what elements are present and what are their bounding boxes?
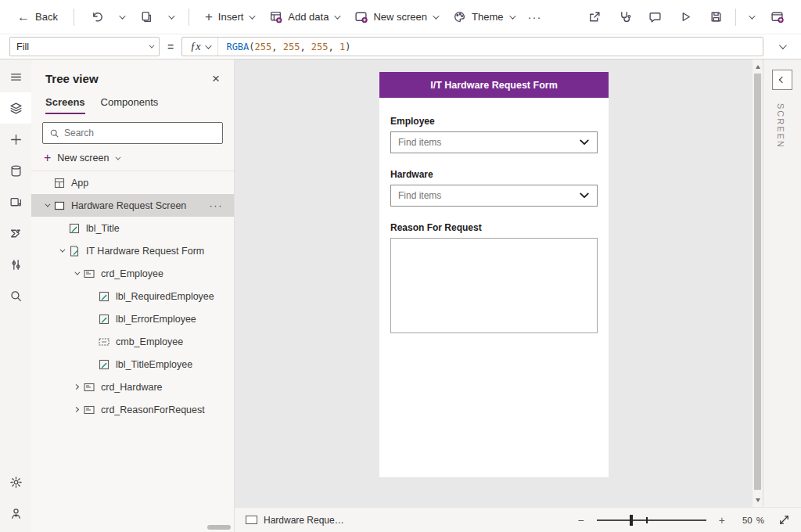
formula-function: RGBA xyxy=(226,41,249,52)
save-menu-button[interactable] xyxy=(742,10,760,24)
expand-chevron[interactable] xyxy=(54,249,68,253)
search-input[interactable] xyxy=(64,128,216,138)
chevron-down-icon xyxy=(168,13,174,19)
add-data-button[interactable]: Add data xyxy=(263,5,345,28)
app-checker-button[interactable] xyxy=(612,5,638,28)
formula-bar-expand-button[interactable] xyxy=(771,37,792,57)
tab-screens[interactable]: Screens xyxy=(45,96,85,114)
tree-item-app[interactable]: App xyxy=(31,171,234,194)
share-icon xyxy=(587,10,601,23)
preview-button[interactable] xyxy=(673,5,699,28)
search-rail-button[interactable] xyxy=(0,280,31,311)
publish-icon xyxy=(770,10,784,23)
form-body: Employee Find items Hardware Find items … xyxy=(379,98,609,333)
share-button[interactable] xyxy=(581,5,607,28)
form-title-bar[interactable]: I/T Hardware Request Form xyxy=(379,72,609,98)
tree-item-label: lbl_TitleEmployee xyxy=(116,359,192,370)
expand-chevron[interactable] xyxy=(69,385,83,389)
reason-textarea[interactable] xyxy=(390,238,598,333)
tree-item-crd-reasonforrequest[interactable]: crd_ReasonForRequest xyxy=(31,398,234,421)
close-icon[interactable]: × xyxy=(209,70,223,87)
publish-button[interactable] xyxy=(764,5,790,28)
tree-horizontal-scrollbar[interactable] xyxy=(207,525,231,530)
scrollbar-thumb[interactable] xyxy=(754,74,761,490)
tree-view-rail-button[interactable] xyxy=(0,92,31,124)
hamburger-menu-button[interactable] xyxy=(0,61,31,92)
undo-button[interactable] xyxy=(84,5,110,28)
tree-item-crd-employee[interactable]: crd_Employee xyxy=(31,262,234,285)
fit-to-window-button[interactable] xyxy=(778,514,790,526)
undo-menu-button[interactable] xyxy=(113,10,130,24)
chevron-down-icon xyxy=(149,43,154,49)
screen-icon xyxy=(246,516,257,524)
combobox-placeholder: Find items xyxy=(398,137,579,148)
tree-item-crd-hardware[interactable]: crd_Hardware xyxy=(31,376,234,398)
chevron-down-icon xyxy=(119,13,125,19)
current-screen-name: Hardware Reque… xyxy=(264,515,344,526)
combobox-placeholder: Find items xyxy=(398,190,579,201)
tree-search-box[interactable] xyxy=(42,122,223,144)
settings-rail-button[interactable] xyxy=(0,466,31,498)
power-automate-rail-button[interactable] xyxy=(0,217,31,249)
employee-combobox[interactable]: Find items xyxy=(390,131,598,153)
expand-chevron[interactable] xyxy=(69,408,83,412)
current-screen-selector[interactable]: Hardware Reque… xyxy=(246,515,344,526)
formula-input[interactable]: ƒx RGBA(255, 255, 255, 1) xyxy=(181,37,763,56)
formula-punct: , xyxy=(271,41,282,52)
virtual-agent-rail-button[interactable] xyxy=(0,498,31,529)
save-button[interactable] xyxy=(703,5,729,28)
tree-item-lbl-erroremployee[interactable]: lbl_ErrorEmployee xyxy=(31,307,234,330)
new-screen-tree-button[interactable]: + New screen xyxy=(31,144,234,171)
data-rail-button[interactable] xyxy=(0,155,31,186)
tree-item-lbl-titleemployee[interactable]: lbl_TitleEmployee xyxy=(31,353,234,376)
more-commands-button[interactable]: ··· xyxy=(523,7,547,27)
canvas[interactable]: I/T Hardware Request Form Employee Find … xyxy=(235,59,753,507)
divider xyxy=(74,9,74,26)
scroll-down-arrow[interactable] xyxy=(753,494,763,505)
canvas-vertical-scrollbar[interactable] xyxy=(753,59,763,507)
insert-rail-button[interactable] xyxy=(0,124,31,155)
expand-chevron[interactable] xyxy=(39,203,53,207)
tab-components[interactable]: Components xyxy=(101,96,159,114)
back-button[interactable]: ← Back xyxy=(11,6,64,28)
tree-view-title: Tree view xyxy=(45,72,99,85)
slider-tick xyxy=(646,517,648,523)
hardware-combobox[interactable]: Find items xyxy=(390,185,598,207)
formula-expression[interactable]: RGBA(255, 255, 255, 1) xyxy=(218,41,350,52)
property-selector[interactable]: Fill xyxy=(9,37,160,56)
formula-punct: , xyxy=(300,41,311,52)
theme-button[interactable]: Theme xyxy=(447,5,519,28)
stethoscope-icon xyxy=(618,10,631,23)
paste-menu-button[interactable] xyxy=(162,10,179,24)
new-screen-button[interactable]: New screen xyxy=(348,5,444,28)
formula-number: 255 xyxy=(283,41,300,52)
label-icon xyxy=(68,222,81,235)
search-icon xyxy=(9,289,23,303)
row-more-icon[interactable]: ··· xyxy=(210,200,228,211)
fx-icon: ƒx xyxy=(190,41,200,53)
expand-chevron[interactable] xyxy=(69,271,83,275)
comments-button[interactable] xyxy=(642,5,668,28)
zoom-in-button[interactable]: + xyxy=(714,514,730,527)
status-bar: Hardware Reque… − + 50 % xyxy=(235,507,801,532)
app-form[interactable]: I/T Hardware Request Form Employee Find … xyxy=(379,72,609,477)
expand-properties-button[interactable] xyxy=(772,70,792,90)
gear-icon xyxy=(9,476,23,489)
card-icon xyxy=(83,404,95,416)
tree-item-cmb-employee[interactable]: cmb_Employee xyxy=(31,330,234,353)
advanced-tools-rail-button[interactable] xyxy=(0,249,31,280)
scroll-up-arrow[interactable] xyxy=(753,61,763,72)
zoom-out-button[interactable]: − xyxy=(573,514,589,527)
tree-item-lbl-requiredemployee[interactable]: lbl_RequiredEmployee xyxy=(31,285,234,307)
command-bar: ← Back + Insert xyxy=(0,0,801,34)
insert-button[interactable]: + Insert xyxy=(199,5,260,28)
fx-menu[interactable]: ƒx xyxy=(182,38,218,56)
zoom-slider[interactable] xyxy=(597,515,706,526)
slider-thumb[interactable] xyxy=(630,515,633,526)
tree-item-it-hardware-request-form[interactable]: IT Hardware Request Form xyxy=(31,239,234,262)
hardware-field: Hardware Find items xyxy=(390,169,598,207)
tree-item-hardware-request-screen[interactable]: Hardware Request Screen ··· xyxy=(31,194,234,217)
paste-button[interactable] xyxy=(133,5,159,28)
media-rail-button[interactable] xyxy=(0,186,31,217)
tree-item-lbl-title[interactable]: lbl_Title xyxy=(31,217,234,239)
